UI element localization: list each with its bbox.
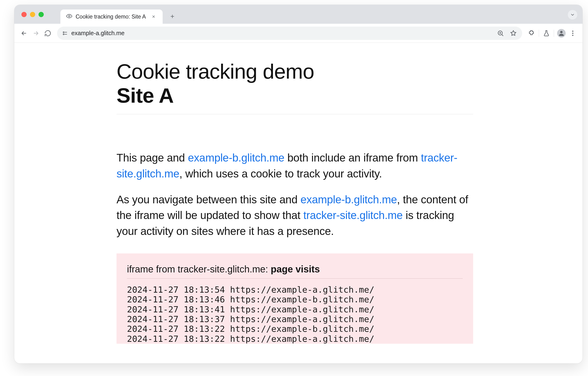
iframe-heading: iframe from tracker-site.glitch.me: page… (127, 264, 463, 279)
divider (554, 30, 554, 37)
tab-strip: Cookie tracking demo: Site A (14, 5, 583, 24)
url-text: example-a.glitch.me (71, 30, 492, 37)
profile-button[interactable] (556, 28, 567, 39)
kebab-menu-icon[interactable] (567, 28, 578, 39)
title-rule (117, 114, 473, 114)
link-tracker-site[interactable]: tracker-site.glitch.me (303, 209, 403, 221)
svg-point-4 (560, 31, 563, 33)
text: This page and (117, 152, 188, 164)
page-title-line2: Site A (117, 83, 473, 107)
text: , which uses a cookie to track your acti… (179, 167, 382, 180)
page-title: Cookie tracking demo Site A (117, 59, 473, 107)
svg-point-0 (68, 15, 70, 17)
svg-point-1 (63, 31, 64, 32)
browser-window: Cookie tracking demo: Site A example-a.g… (14, 5, 583, 363)
page-viewport: Cookie tracking demo Site A This page an… (14, 43, 583, 363)
browser-tab[interactable]: Cookie tracking demo: Site A (60, 10, 163, 24)
svg-point-7 (572, 35, 574, 36)
zoom-icon[interactable] (495, 28, 506, 39)
intro-paragraph-1: This page and example-b.glitch.me both i… (117, 150, 473, 181)
text: As you navigate between this site and (117, 193, 301, 206)
window-minimize-button[interactable] (30, 12, 35, 17)
page-content: Cookie tracking demo Site A This page an… (14, 43, 583, 344)
text: both include an iframe from (284, 152, 421, 164)
visit-log: 2024-11-27 18:13:54 https://example-a.gl… (127, 285, 463, 344)
window-maximize-button[interactable] (39, 12, 44, 17)
extensions-icon[interactable] (526, 28, 537, 39)
iframe-heading-bold: page visits (271, 264, 320, 274)
svg-point-6 (572, 32, 574, 34)
tabs-dropdown-button[interactable] (568, 10, 577, 20)
page-title-line1: Cookie tracking demo (117, 60, 314, 83)
svg-point-2 (63, 34, 64, 35)
address-bar[interactable]: example-a.glitch.me (57, 27, 522, 40)
toolbar-actions (526, 28, 578, 39)
avatar-icon (557, 29, 566, 38)
tab-title: Cookie tracking demo: Site A (76, 13, 146, 20)
svg-point-5 (572, 31, 574, 31)
forward-button[interactable] (31, 28, 41, 39)
new-tab-button[interactable] (167, 11, 177, 21)
labs-flask-icon[interactable] (541, 28, 552, 39)
bookmark-star-icon[interactable] (508, 28, 519, 39)
window-close-button[interactable] (22, 12, 27, 17)
link-example-b[interactable]: example-b.glitch.me (188, 152, 284, 164)
tab-close-button[interactable] (151, 13, 157, 20)
window-controls (22, 12, 44, 17)
tracker-iframe: iframe from tracker-site.glitch.me: page… (117, 253, 473, 344)
iframe-heading-prefix: iframe from tracker-site.glitch.me: (127, 264, 271, 274)
divider (539, 30, 539, 37)
back-button[interactable] (19, 28, 30, 39)
intro-paragraph-2: As you navigate between this site and ex… (117, 192, 473, 239)
reload-button[interactable] (42, 28, 53, 39)
link-example-b[interactable]: example-b.glitch.me (301, 193, 397, 206)
site-info-icon[interactable] (62, 30, 68, 36)
privacy-eye-icon (66, 13, 72, 20)
toolbar: example-a.glitch.me (14, 24, 583, 43)
